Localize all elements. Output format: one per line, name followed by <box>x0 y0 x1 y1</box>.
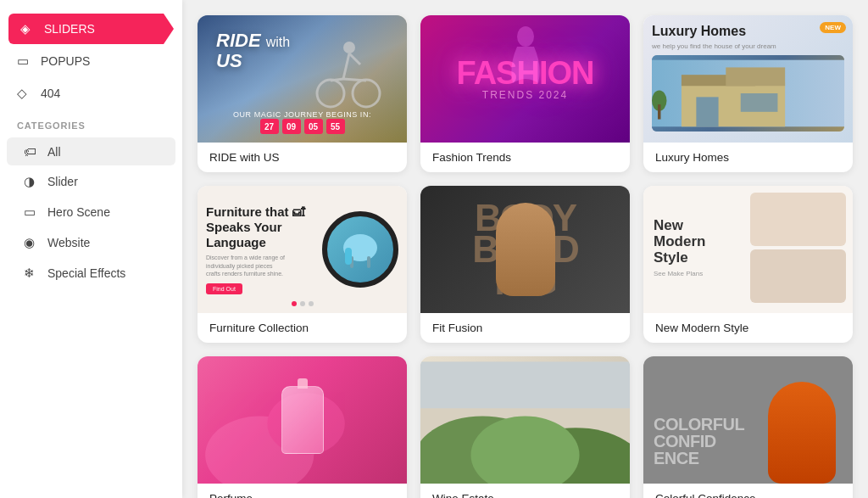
card-ride[interactable]: RIDE withUS OUR MAGIC JOURNEY BEGINS IN:… <box>198 15 407 172</box>
sidebar-item-popups[interactable]: ▭ POPUPS <box>0 46 182 76</box>
card-fashion[interactable]: FASHION TRENDS 2024 Fashion Trends <box>420 15 630 172</box>
website-icon: ◉ <box>24 235 39 250</box>
countdown-seconds: 55 <box>326 119 345 134</box>
category-all[interactable]: 🏷 All <box>7 137 175 165</box>
countdown-hours: 09 <box>282 119 301 134</box>
all-icon: 🏷 <box>24 144 39 159</box>
card-thumb-modern: NewModernStyle See Make Plans <box>643 186 853 313</box>
chair-icon <box>335 224 386 275</box>
sidebar-item-label: SLIDERS <box>44 22 95 36</box>
furniture-text-area: Furniture that 🛋Speaks Your Language Dis… <box>206 204 314 294</box>
luxury-home-image: 1.200.000€ <box>652 55 844 131</box>
ride-title-text: RIDE withUS <box>216 31 290 71</box>
countdown-row: 27 09 05 55 <box>260 119 345 134</box>
sidebar: ◈ SLIDERS ▭ POPUPS ◇ 404 CATEGORIES 🏷 Al… <box>0 0 182 498</box>
modern-cell-3 <box>750 249 847 303</box>
card-luxury[interactable]: Luxury Homes we help you find the house … <box>643 15 853 172</box>
card-label-luxury: Luxury Homes <box>643 143 853 172</box>
category-label: Hero Scene <box>47 205 110 219</box>
model-silhouette-icon <box>500 24 551 92</box>
card-thumb-wine: NECTAROUSWINE ESTATE EST. 1992 <box>420 356 630 484</box>
svg-point-2 <box>343 42 355 53</box>
sidebar-item-404[interactable]: ◇ 404 <box>0 78 182 109</box>
svg-point-0 <box>317 80 344 107</box>
svg-rect-13 <box>741 93 778 112</box>
modern-text-cell: NewModernStyle See Make Plans <box>650 193 747 303</box>
sliders-icon: ◈ <box>20 21 36 36</box>
modern-title-text: NewModernStyle <box>654 218 747 266</box>
card-perfume[interactable]: Perfume <box>198 356 407 498</box>
svg-rect-15 <box>658 104 660 119</box>
card-thumb-luxury: Luxury Homes we help you find the house … <box>643 15 853 143</box>
hero-icon: ▭ <box>24 204 39 220</box>
modern-cell-1 <box>750 193 847 246</box>
furniture-body: Discover from a wide range of individual… <box>206 254 314 278</box>
house-illustration <box>652 55 844 131</box>
furniture-title: Furniture that 🛋Speaks Your Language <box>206 204 314 250</box>
dot-2 <box>300 301 305 306</box>
card-thumb-colorful: COLORFULCONFIDENCE <box>643 356 853 484</box>
category-website[interactable]: ◉ Website <box>7 228 175 257</box>
category-special-effects[interactable]: ❄ Special Effects <box>7 259 175 288</box>
card-thumb-ride: RIDE withUS OUR MAGIC JOURNEY BEGINS IN:… <box>198 15 407 143</box>
card-modern[interactable]: NewModernStyle See Make Plans New Modern… <box>643 186 853 343</box>
cyclist-icon <box>314 32 381 109</box>
fashion-text-block: FASHION TRENDS 2024 <box>457 57 594 101</box>
card-label-modern: New Modern Style <box>643 313 853 343</box>
svg-line-5 <box>343 79 366 81</box>
ride-sub-text: OUR MAGIC JOURNEY BEGINS IN: <box>198 110 407 119</box>
category-hero[interactable]: ▭ Hero Scene <box>7 198 175 227</box>
sidebar-item-sliders[interactable]: ◈ SLIDERS <box>8 14 174 44</box>
card-label-perfume: Perfume <box>198 484 407 498</box>
svg-point-1 <box>353 80 380 107</box>
dot-1 <box>292 301 297 306</box>
vineyard-landscape-icon <box>420 356 630 484</box>
dot-3 <box>309 301 314 306</box>
sidebar-item-label: POPUPS <box>41 54 90 68</box>
slider-icon: ◑ <box>24 174 39 189</box>
card-furniture[interactable]: Furniture that 🛋Speaks Your Language Dis… <box>198 186 407 343</box>
luxury-sub: we help you find the house of your dream <box>652 42 776 50</box>
categories-heading: CATEGORIES <box>0 110 182 136</box>
card-label-fitfusion: Fit Fusion <box>420 313 630 343</box>
modern-cta-text: See Make Plans <box>654 270 747 277</box>
card-colorful[interactable]: COLORFULCONFIDENCE Colorful Confidence <box>643 356 853 498</box>
person-silhouette-icon <box>768 382 836 484</box>
card-thumb-bodybuilding: BODYBUILDING <box>420 186 630 313</box>
colorful-text: COLORFULCONFIDENCE <box>654 416 744 467</box>
countdown-days: 27 <box>260 119 279 134</box>
card-thumb-fashion: FASHION TRENDS 2024 <box>420 15 630 143</box>
category-label: All <box>47 145 61 159</box>
sidebar-item-label: 404 <box>41 87 60 100</box>
perfume-bottle-icon <box>281 386 324 454</box>
card-label-wine: Wine Estate <box>420 484 630 498</box>
category-slider[interactable]: ◑ Slider <box>7 167 175 196</box>
card-label-ride: RIDE with US <box>198 143 407 172</box>
main-content: RIDE withUS OUR MAGIC JOURNEY BEGINS IN:… <box>182 0 868 498</box>
card-label-fashion: Fashion Trends <box>420 143 630 172</box>
chair-image <box>322 211 398 288</box>
category-label: Special Effects <box>47 266 125 280</box>
svg-rect-27 <box>420 361 630 408</box>
carousel-dots <box>292 301 314 306</box>
card-wine[interactable]: NECTAROUSWINE ESTATE EST. 1992 Wine Esta… <box>420 356 630 498</box>
card-label-furniture: Furniture Collection <box>198 313 407 343</box>
card-thumb-furniture: Furniture that 🛋Speaks Your Language Dis… <box>198 186 407 313</box>
svg-rect-11 <box>726 67 785 86</box>
card-thumb-perfume <box>198 356 407 484</box>
special-effects-icon: ❄ <box>24 266 39 281</box>
card-fitfusion[interactable]: BODYBUILDING Fit Fusion <box>420 186 630 343</box>
category-label: Slider <box>47 175 78 188</box>
luxury-badge: NEW <box>820 22 846 33</box>
popups-icon: ▭ <box>17 53 32 69</box>
countdown-minutes: 05 <box>304 119 323 134</box>
luxury-title: Luxury Homes <box>652 24 776 39</box>
svg-rect-12 <box>696 97 718 126</box>
furniture-cta: Find Out <box>206 283 242 294</box>
svg-line-6 <box>349 53 360 64</box>
svg-line-4 <box>331 79 343 81</box>
svg-rect-18 <box>367 256 370 268</box>
template-grid: RIDE withUS OUR MAGIC JOURNEY BEGINS IN:… <box>198 15 853 498</box>
svg-rect-19 <box>345 248 352 265</box>
category-label: Website <box>47 236 90 249</box>
